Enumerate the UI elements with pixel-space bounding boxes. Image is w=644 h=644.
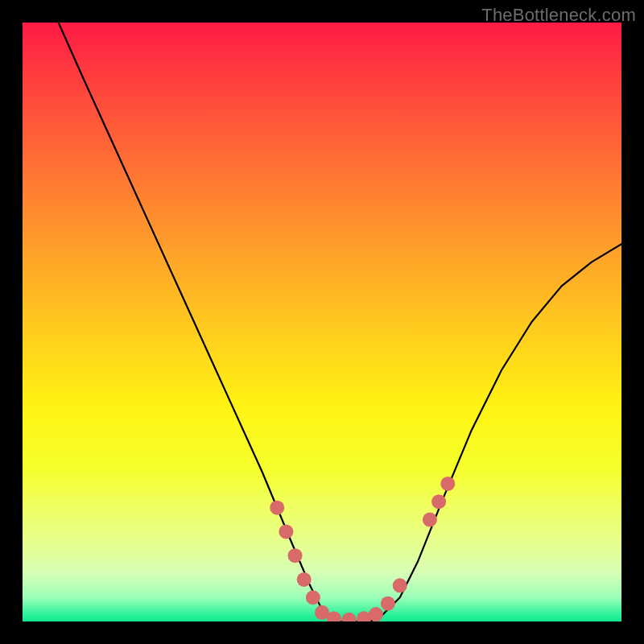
chart-frame: TheBottleneck.com	[0, 0, 644, 644]
bottleneck-curve	[59, 23, 621, 621]
data-marker	[270, 501, 284, 515]
data-marker	[393, 578, 407, 592]
data-marker	[288, 548, 303, 563]
chart-svg	[23, 23, 621, 621]
chart-plot-area	[23, 23, 621, 621]
data-marker	[440, 477, 455, 491]
data-marker	[306, 590, 320, 605]
data-marker	[381, 597, 395, 611]
data-marker	[279, 524, 293, 539]
watermark-text: TheBottleneck.com	[481, 5, 636, 26]
data-marker	[341, 613, 356, 621]
data-marker	[297, 572, 312, 587]
data-marker	[423, 513, 437, 527]
data-marker	[369, 607, 383, 621]
data-marker	[431, 494, 446, 509]
